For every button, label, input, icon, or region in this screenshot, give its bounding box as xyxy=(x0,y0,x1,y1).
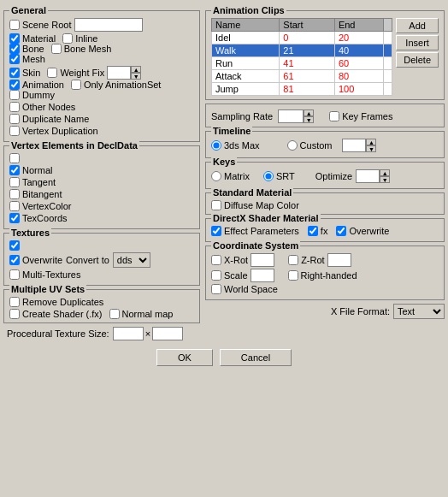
dummy-checkbox[interactable] xyxy=(9,90,20,100)
duplicate-name-checkbox-label[interactable]: Duplicate Name xyxy=(9,114,89,124)
mesh-checkbox[interactable] xyxy=(9,54,20,64)
timeline-custom-input[interactable]: 1 xyxy=(342,139,366,152)
world-space-checkbox[interactable] xyxy=(211,284,221,294)
optimize-input[interactable]: 3 xyxy=(356,169,380,183)
vertex-duplication-checkbox[interactable] xyxy=(9,126,20,136)
vertex-color-checkbox-label[interactable]: VertexColor xyxy=(9,201,71,211)
normal-map-checkbox-label[interactable]: Normal map xyxy=(109,309,174,319)
texcoords-checkbox-label[interactable]: TexCoords xyxy=(9,213,68,223)
textures-main-checkbox[interactable] xyxy=(9,240,20,251)
zrot-checkbox[interactable] xyxy=(288,255,298,265)
animation-checkbox[interactable] xyxy=(9,80,20,90)
inline-checkbox[interactable] xyxy=(62,33,73,44)
material-checkbox[interactable] xyxy=(9,33,20,44)
keys-srt-radio[interactable] xyxy=(263,171,274,181)
bitangent-checkbox-label[interactable]: Bitangent xyxy=(9,189,62,199)
dx-overwrite-checkbox-label[interactable]: Overwrite xyxy=(336,226,389,236)
other-nodes-checkbox[interactable] xyxy=(9,102,20,112)
insert-button[interactable]: Insert xyxy=(396,35,439,50)
overwrite-checkbox[interactable] xyxy=(9,255,20,265)
sampling-down[interactable]: ▼ xyxy=(304,116,314,123)
xfile-select[interactable]: Text Binary Compressed xyxy=(393,304,445,319)
bone-mesh-checkbox[interactable] xyxy=(51,44,62,54)
create-shader-checkbox-label[interactable]: Create Shader (.fx) xyxy=(9,309,103,319)
tangent-checkbox[interactable] xyxy=(9,177,20,187)
overwrite-checkbox-label[interactable]: Overwrite xyxy=(9,255,62,265)
sampling-up[interactable]: ▲ xyxy=(304,109,314,116)
key-frames-label[interactable]: Key Frames xyxy=(329,111,392,121)
fx-checkbox[interactable] xyxy=(308,226,318,236)
multi-textures-checkbox[interactable] xyxy=(9,269,20,280)
cancel-button[interactable]: Cancel xyxy=(220,349,292,366)
vertex-color-checkbox[interactable] xyxy=(9,201,20,211)
other-nodes-checkbox-label[interactable]: Other Nodes xyxy=(9,102,75,112)
bone-checkbox[interactable] xyxy=(9,44,20,54)
multi-textures-checkbox-label[interactable]: Multi-Textures xyxy=(9,269,80,280)
dx-overwrite-checkbox[interactable] xyxy=(336,226,346,236)
timeline-custom-up[interactable]: ▲ xyxy=(366,139,376,145)
material-checkbox-label[interactable]: Material xyxy=(9,33,56,44)
bone-mesh-checkbox-label[interactable]: Bone Mesh xyxy=(51,44,112,54)
table-row[interactable]: Idel 0 20 xyxy=(212,32,392,44)
proc-height-input[interactable]: 256 xyxy=(152,327,183,340)
diffuse-map-checkbox[interactable] xyxy=(211,200,221,210)
scene-root-input[interactable] xyxy=(74,18,143,32)
xrot-input[interactable]: 0 xyxy=(251,253,274,267)
normal-map-checkbox[interactable] xyxy=(109,309,120,319)
table-row[interactable]: Jump 81 100 xyxy=(212,83,392,96)
keys-srt-label[interactable]: SRT xyxy=(263,171,295,181)
scale-input[interactable]: 1 xyxy=(251,269,274,282)
right-handed-checkbox[interactable] xyxy=(288,270,298,281)
tangent-checkbox-label[interactable]: Tangent xyxy=(9,177,56,187)
key-frames-checkbox[interactable] xyxy=(329,111,339,121)
weight-fix-up[interactable]: ▲ xyxy=(131,66,141,73)
delete-button[interactable]: Delete xyxy=(396,52,439,68)
skin-checkbox-label[interactable]: Skin xyxy=(9,68,40,78)
animation-checkbox-label[interactable]: Animation xyxy=(9,80,64,90)
timeline-custom-radio[interactable] xyxy=(287,140,298,151)
optimize-down[interactable]: ▼ xyxy=(380,176,390,183)
textures-main-checkbox-label[interactable] xyxy=(9,240,20,251)
remove-duplicates-checkbox-label[interactable]: Remove Duplicates xyxy=(9,297,103,307)
bone-checkbox-label[interactable]: Bone xyxy=(9,44,44,54)
only-anim-set-checkbox[interactable] xyxy=(71,80,81,90)
create-shader-checkbox[interactable] xyxy=(9,309,20,319)
convert-to-select[interactable]: dds png tga bmp xyxy=(113,252,150,268)
duplicate-name-checkbox[interactable] xyxy=(9,114,20,124)
scene-root-checkbox[interactable] xyxy=(9,20,20,30)
scale-checkbox[interactable] xyxy=(211,270,221,281)
timeline-3dsmax-label[interactable]: 3ds Max xyxy=(211,140,260,151)
weight-fix-checkbox[interactable] xyxy=(47,68,57,78)
timeline-3dsmax-radio[interactable] xyxy=(211,140,221,151)
bitangent-checkbox[interactable] xyxy=(9,189,20,199)
xrot-checkbox[interactable] xyxy=(211,255,221,265)
weight-fix-down[interactable]: ▼ xyxy=(131,73,141,80)
diffuse-map-checkbox-label[interactable]: Diffuse Map Color xyxy=(211,200,439,210)
timeline-custom-label[interactable]: Custom xyxy=(287,140,333,151)
skin-checkbox[interactable] xyxy=(9,68,20,78)
zrot-input[interactable]: 0 xyxy=(327,253,351,267)
table-row[interactable]: Attack 61 80 xyxy=(212,70,392,83)
table-row[interactable]: Run 41 60 xyxy=(212,57,392,70)
normal-checkbox-label[interactable]: Normal xyxy=(9,165,52,175)
table-row[interactable]: Walk 21 40 xyxy=(212,44,392,57)
inline-checkbox-label[interactable]: Inline xyxy=(62,33,97,44)
keys-matrix-radio[interactable] xyxy=(211,171,221,181)
sampling-rate-input[interactable]: 30 xyxy=(278,109,304,123)
vertex-duplication-checkbox-label[interactable]: Vertex Duplication xyxy=(9,126,98,136)
fx-checkbox-label[interactable]: fx xyxy=(308,226,328,236)
dummy-checkbox-label[interactable]: Dummy xyxy=(9,90,55,100)
vertex-elements-main-checkbox[interactable] xyxy=(9,153,20,163)
weight-fix-input[interactable]: 1.0 xyxy=(107,66,131,80)
effect-params-checkbox[interactable] xyxy=(211,226,221,236)
optimize-up[interactable]: ▲ xyxy=(380,169,390,176)
add-button[interactable]: Add xyxy=(396,18,439,33)
mesh-checkbox-label[interactable]: Mesh xyxy=(9,54,45,64)
only-anim-set-checkbox-label[interactable]: Only AnimationSet xyxy=(71,80,162,90)
keys-matrix-label[interactable]: Matrix xyxy=(211,171,250,181)
texcoords-checkbox[interactable] xyxy=(9,213,20,223)
effect-params-checkbox-label[interactable]: Effect Parameters xyxy=(211,226,299,236)
remove-duplicates-checkbox[interactable] xyxy=(9,297,20,307)
proc-width-input[interactable]: 256 xyxy=(113,327,144,340)
ok-button[interactable]: OK xyxy=(156,349,213,366)
